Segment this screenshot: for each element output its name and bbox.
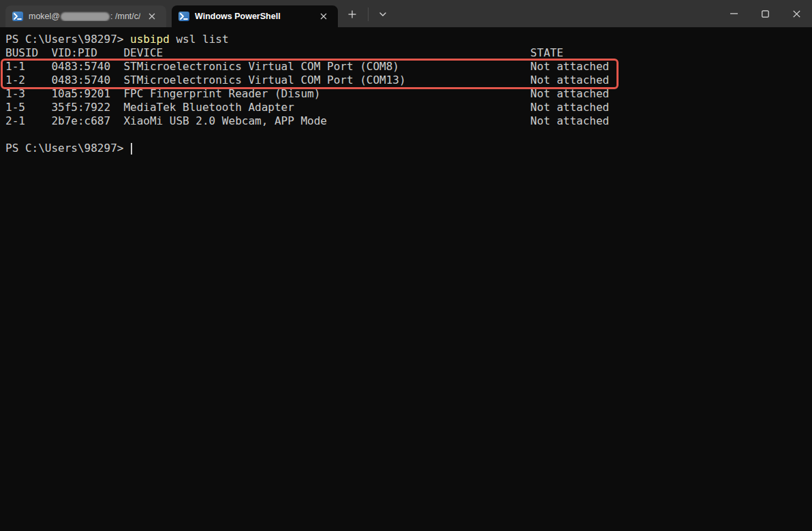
cell-state: Not attached [531, 87, 812, 101]
powershell-icon [178, 12, 189, 21]
tab-dropdown-button[interactable] [373, 5, 393, 23]
titlebar-drag-region[interactable] [393, 0, 718, 27]
new-tab-button[interactable] [342, 5, 362, 23]
header-vidpid: VID:PID [51, 46, 123, 60]
cell-device: FPC Fingerprint Reader (Disum) [123, 87, 530, 101]
cell-state: Not attached [531, 74, 812, 87]
prompt-text: PS C:\Users\98297> [5, 142, 130, 155]
tab-wsl-session[interactable]: mokel@: /mnt/c/Us [5, 5, 166, 27]
cell-busid: 2-1 [5, 114, 51, 128]
cell-busid: 1-1 [5, 60, 51, 74]
maximize-button[interactable] [749, 0, 781, 27]
tab-close-icon [149, 13, 155, 20]
table-row: 2-1 2b7e:c687 XiaoMi USB 2.0 Webcam, APP… [5, 114, 812, 128]
cell-device: XiaoMi USB 2.0 Webcam, APP Mode [123, 114, 530, 128]
minimize-button[interactable] [718, 0, 749, 27]
cell-state: Not attached [531, 60, 812, 74]
tab-windows-powershell[interactable]: Windows PowerShell [172, 5, 338, 27]
tab-title: Windows PowerShell [195, 12, 312, 21]
header-busid: BUSID [5, 46, 51, 60]
table-row: 1-1 0483:5740 STMicroelectronics Virtual… [5, 60, 812, 74]
terminal-window: mokel@: /mnt/c/Us Windows PowerShell [0, 0, 812, 531]
redacted-hostname [61, 12, 110, 21]
tab-close-icon [320, 13, 327, 20]
cell-device: STMicroelectronics Virtual COM Port (COM… [123, 74, 530, 87]
powershell-icon [12, 12, 23, 21]
minimize-icon [730, 13, 738, 14]
cell-busid: 1-5 [5, 101, 51, 114]
chevron-down-icon [379, 12, 386, 16]
cell-vidpid: 10a5:9201 [51, 87, 123, 101]
tab-title-prefix: mokel@ [29, 12, 60, 21]
cell-state: Not attached [531, 114, 812, 128]
tab-title-suffix: : /mnt/c/Us [110, 12, 140, 21]
cell-state: Not attached [531, 101, 812, 114]
close-button[interactable] [781, 0, 812, 27]
cell-vidpid: 35f5:7922 [51, 101, 123, 114]
header-state: STATE [531, 46, 812, 60]
prompt-text: PS C:\Users\98297> [5, 33, 130, 46]
cell-vidpid: 2b7e:c687 [51, 114, 123, 128]
command-line: PS C:\Users\98297> usbipd wsl list [5, 33, 812, 46]
table-row: 1-3 10a5:9201 FPC Fingerprint Reader (Di… [5, 87, 812, 101]
maximize-icon [762, 10, 769, 18]
cell-vidpid: 0483:5740 [51, 74, 123, 87]
blank-line [5, 128, 812, 142]
table-row: 1-5 35f5:7922 MediaTek Bluetooth Adapter… [5, 101, 812, 114]
table-header-row: BUSID VID:PID DEVICE STATE [5, 46, 812, 60]
new-tab-icon [348, 10, 356, 18]
cell-busid: 1-3 [5, 87, 51, 101]
window-close-icon [793, 10, 800, 18]
cell-device: MediaTek Bluetooth Adapter [123, 101, 530, 114]
cell-busid: 1-2 [5, 74, 51, 87]
tab-close-button[interactable] [144, 9, 159, 24]
command-text: usbipd [130, 33, 176, 46]
tab-close-button[interactable] [316, 9, 331, 24]
terminal-cursor [131, 143, 132, 155]
command-args: wsl list [176, 33, 228, 46]
cell-device: STMicroelectronics Virtual COM Port (COM… [123, 60, 530, 74]
tab-title: mokel@: /mnt/c/Us [29, 12, 140, 21]
titlebar: mokel@: /mnt/c/Us Windows PowerShell [0, 0, 812, 27]
cell-vidpid: 0483:5740 [51, 60, 123, 74]
tabbar-divider [368, 7, 369, 21]
table-row: 1-2 0483:5740 STMicroelectronics Virtual… [5, 74, 812, 87]
header-device: DEVICE [123, 46, 530, 60]
terminal-pane[interactable]: PS C:\Users\98297> usbipd wsl list BUSID… [0, 27, 812, 531]
new-prompt-line: PS C:\Users\98297> [5, 142, 812, 155]
